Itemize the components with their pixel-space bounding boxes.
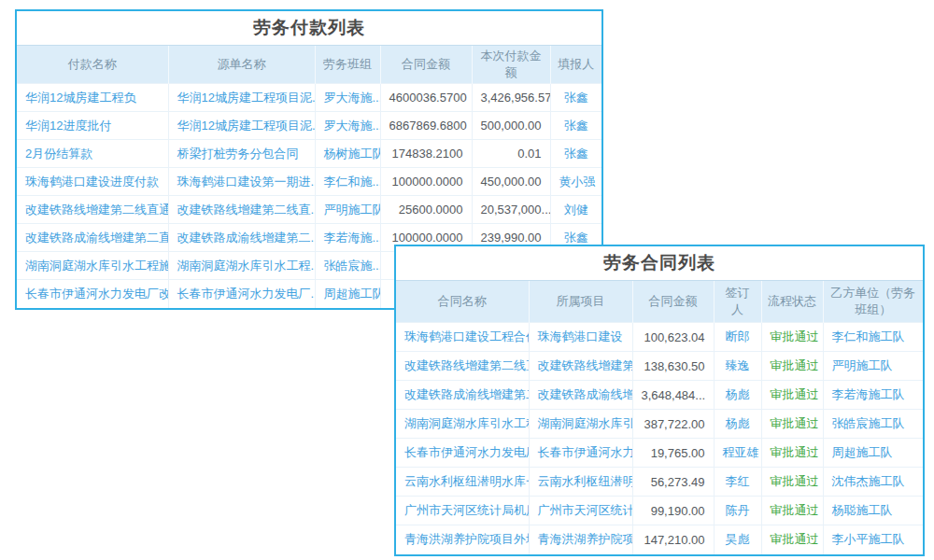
signer-cell[interactable]: 陈丹 (714, 497, 761, 525)
team-cell[interactable]: 严明施工队 (315, 196, 380, 224)
reporter-cell[interactable]: 张鑫 (550, 84, 601, 112)
payment-col-payment-amount: 本次付款金额 (472, 46, 550, 84)
status-cell: 审批通过 (761, 352, 823, 381)
contract-list-title: 劳务合同列表 (396, 246, 923, 280)
unit-cell[interactable]: 张皓宸施工队 (823, 410, 923, 439)
reporter-cell[interactable]: 张鑫 (550, 112, 601, 140)
team-cell[interactable]: 罗大海施... (315, 84, 380, 112)
signer-cell[interactable]: 臻逸 (714, 352, 761, 381)
table-row: 珠海鹤港口建设进度付款珠海鹤港口建设第一期进...李仁和施...100000.0… (17, 168, 601, 196)
project-cell[interactable]: 改建铁路线增建第... (529, 352, 632, 381)
table-row: 珠海鹤港口建设工程合作协...珠海鹤港口建设100,623.04断郎审批通过李仁… (396, 323, 923, 352)
source-cell[interactable]: 珠海鹤港口建设第一期进... (168, 168, 315, 196)
contract-col-name: 合同名称 (396, 281, 529, 323)
team-cell[interactable]: 李仁和施... (315, 168, 380, 196)
amount-cell: 3,648,484... (632, 381, 714, 410)
contract-header-row: 合同名称 所属项目 合同金额 签订人 流程状态 乙方单位（劳务班组） (396, 281, 923, 323)
contract-col-amount: 合同金额 (632, 281, 714, 323)
payment-col-source: 源单名称 (168, 46, 315, 84)
team-cell[interactable]: 杨树施工队 (315, 140, 380, 168)
amount-cell: 387,722.00 (632, 410, 714, 439)
payment-list-title: 劳务付款列表 (17, 11, 601, 45)
unit-cell[interactable]: 李若海施工队 (823, 381, 923, 410)
name-cell[interactable]: 云南水利枢纽潜明水库一期... (396, 468, 529, 497)
unit-cell[interactable]: 周超施工队 (823, 439, 923, 468)
name-cell[interactable]: 湖南洞庭湖水库引水工程施... (17, 252, 168, 280)
labor-contract-list-card: 劳务合同列表 合同名称 所属项目 合同金额 签订人 流程状态 乙方单位（劳务班组… (394, 245, 925, 556)
table-row: 改建铁路线增建第二线直通...改建铁路线增建第...138,630.50臻逸审批… (396, 352, 923, 381)
signer-cell[interactable]: 杨彪 (714, 381, 761, 410)
name-cell[interactable]: 华润12进度批付 (17, 112, 168, 140)
amount-cell: 56,273.49 (632, 468, 714, 497)
project-cell[interactable]: 广州市天河区统计... (529, 497, 632, 525)
source-cell[interactable]: 改建铁路成渝线增建第二... (168, 224, 315, 252)
name-cell[interactable]: 改建铁路线增建第二线直通... (396, 352, 529, 381)
contract_amount-cell: 100000.0000 (380, 168, 472, 196)
project-cell[interactable]: 改建铁路成渝线增... (529, 381, 632, 410)
table-row: 华润12城房建工程负华润12城房建工程项目泥...罗大海施...4600036.… (17, 84, 601, 112)
project-cell[interactable]: 青海洪湖养护院项目 (529, 525, 632, 554)
source-cell[interactable]: 华润12城房建工程项目泥... (168, 112, 315, 140)
table-row: 云南水利枢纽潜明水库一期...云南水利枢纽潜明...56,273.49李红审批通… (396, 468, 923, 497)
table-row: 2月份结算款桥梁打桩劳务分包合同杨树施工队174838.21000.01张鑫 (17, 140, 601, 168)
source-cell[interactable]: 长春市伊通河水力发电厂... (168, 280, 315, 308)
name-cell[interactable]: 改建铁路成渝线增建第二直... (17, 224, 168, 252)
name-cell[interactable]: 改建铁路线增建第二线直通... (17, 196, 168, 224)
project-cell[interactable]: 湖南洞庭湖水库引... (529, 410, 632, 439)
signer-cell[interactable]: 昊彪 (714, 525, 761, 554)
contract_amount-cell: 25600.0000 (380, 196, 472, 224)
payment_amount-cell: 500,000.00 (472, 112, 550, 140)
amount-cell: 100,623.04 (632, 323, 714, 352)
amount-cell: 147,210.00 (632, 525, 714, 554)
name-cell[interactable]: 华润12城房建工程负 (17, 84, 168, 112)
signer-cell[interactable]: 断郎 (714, 323, 761, 352)
project-cell[interactable]: 珠海鹤港口建设 (529, 323, 632, 352)
team-cell[interactable]: 李若海施... (315, 224, 380, 252)
payment-col-reporter: 填报人 (550, 46, 601, 84)
contract_amount-cell: 174838.2100 (380, 140, 472, 168)
signer-cell[interactable]: 程亚雄 (714, 439, 761, 468)
name-cell[interactable]: 长春市伊通河水力发电厂改... (17, 280, 168, 308)
project-cell[interactable]: 云南水利枢纽潜明... (529, 468, 632, 497)
table-row: 改建铁路成渝线增建第二直...改建铁路成渝线增...3,648,484...杨彪… (396, 381, 923, 410)
contract-col-status: 流程状态 (761, 281, 823, 323)
payment_amount-cell: 450,000.00 (472, 168, 550, 196)
source-cell[interactable]: 华润12城房建工程项目泥... (168, 84, 315, 112)
contract-col-unit: 乙方单位（劳务班组） (823, 281, 923, 323)
table-row: 改建铁路线增建第二线直通...改建铁路线增建第二线直...严明施工队25600.… (17, 196, 601, 224)
team-cell[interactable]: 张皓宸施... (315, 252, 380, 280)
signer-cell[interactable]: 杨彪 (714, 410, 761, 439)
name-cell[interactable]: 改建铁路成渝线增建第二直... (396, 381, 529, 410)
status-cell: 审批通过 (761, 497, 823, 525)
name-cell[interactable]: 珠海鹤港口建设工程合作协... (396, 323, 529, 352)
status-cell: 审批通过 (761, 525, 823, 554)
unit-cell[interactable]: 严明施工队 (823, 352, 923, 381)
name-cell[interactable]: 广州市天河区统计局机房改... (396, 497, 529, 525)
source-cell[interactable]: 改建铁路线增建第二线直... (168, 196, 315, 224)
team-cell[interactable]: 周超施工队 (315, 280, 380, 308)
payment_amount-cell: 20,537,000... (472, 196, 550, 224)
contract-col-signer: 签订人 (714, 281, 761, 323)
payment-col-contract-amount: 合同金额 (380, 46, 472, 84)
unit-cell[interactable]: 李仁和施工队 (823, 323, 923, 352)
name-cell[interactable]: 珠海鹤港口建设进度付款 (17, 168, 168, 196)
signer-cell[interactable]: 李红 (714, 468, 761, 497)
reporter-cell[interactable]: 张鑫 (550, 140, 601, 168)
reporter-cell[interactable]: 黄小强 (550, 168, 601, 196)
table-row: 华润12进度批付华润12城房建工程项目泥...罗大海施...6867869.68… (17, 112, 601, 140)
table-row: 青海洪湖养护院项目外墙涂...青海洪湖养护院项目147,210.00昊彪审批通过… (396, 525, 923, 554)
name-cell[interactable]: 2月份结算款 (17, 140, 168, 168)
unit-cell[interactable]: 沈伟杰施工队 (823, 468, 923, 497)
status-cell: 审批通过 (761, 323, 823, 352)
reporter-cell[interactable]: 刘健 (550, 196, 601, 224)
project-cell[interactable]: 长春市伊通河水力... (529, 439, 632, 468)
name-cell[interactable]: 青海洪湖养护院项目外墙涂... (396, 525, 529, 554)
source-cell[interactable]: 桥梁打桩劳务分包合同 (168, 140, 315, 168)
contract_amount-cell: 4600036.5700 (380, 84, 472, 112)
team-cell[interactable]: 罗大海施... (315, 112, 380, 140)
unit-cell[interactable]: 杨聪施工队 (823, 497, 923, 525)
name-cell[interactable]: 湖南洞庭湖水库引水工程施... (396, 410, 529, 439)
unit-cell[interactable]: 李小平施工队 (823, 525, 923, 554)
source-cell[interactable]: 湖南洞庭湖水库引水工程... (168, 252, 315, 280)
name-cell[interactable]: 长春市伊通河水力发电厂改... (396, 439, 529, 468)
